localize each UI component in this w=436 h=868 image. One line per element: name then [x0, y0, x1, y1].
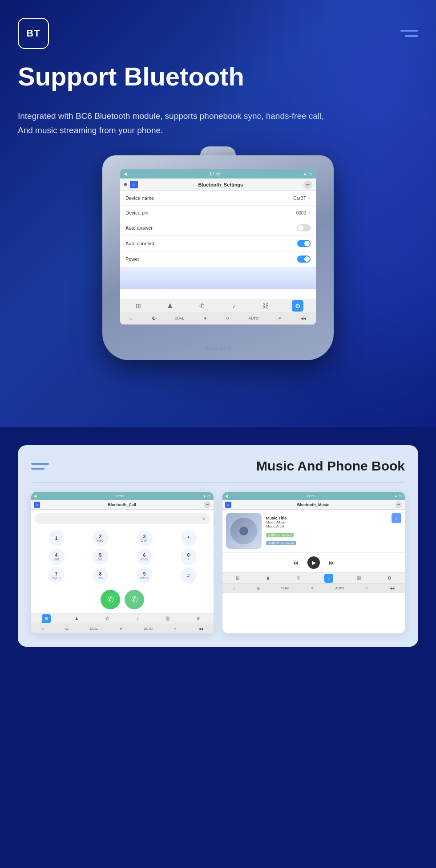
music-screen-card: ◀ 17:53 ▲ ▭ ⌂ Bluetooth_Music ↩ ♪ Musi: [222, 492, 405, 633]
nav-apps-icon[interactable]: ⊞: [133, 300, 144, 312]
music-time: 17:53: [307, 494, 315, 498]
bottom-title: Music And Phone Book: [256, 458, 405, 474]
power-toggle[interactable]: [297, 256, 311, 263]
screen-menu-icon[interactable]: ≡: [124, 181, 127, 188]
call-nav-bar: ⌂ Bluetooth_Call ↩: [31, 500, 214, 510]
bt-logo: BT: [18, 18, 49, 49]
call-screen-status-bar: ◀ 17:53 ▲ ▭: [31, 492, 214, 500]
nav-link-icon[interactable]: ⛓: [260, 300, 271, 312]
auto-answer-label: Auto answer: [125, 225, 153, 231]
music-badges: A2DP connected AVRCP connected: [266, 530, 401, 546]
call-status-icons: ▲ ▭: [203, 494, 211, 498]
bottom-section: Music And Phone Book ◀ 17:53 ▲ ▭ ⌂ Bluet…: [18, 445, 418, 647]
music-screen-status-bar: ◀ 17:53 ▲ ▭: [222, 492, 405, 500]
music-nav-phone[interactable]: ✆: [294, 574, 303, 583]
dial-key-hash[interactable]: #: [181, 568, 197, 584]
screen-climate-bar: ⌂ ⏻ DUAL ❄ ↻ AUTO ↗ ◀◀: [120, 312, 316, 324]
device-name-label: Device name: [125, 195, 154, 201]
mc1: ⌂: [233, 587, 235, 590]
dial-key-7[interactable]: 7PQRS: [48, 568, 65, 584]
call-nav-person[interactable]: ♟: [72, 614, 81, 623]
mc4: ❄: [311, 587, 314, 590]
climate-ac: ↻: [226, 316, 229, 320]
dial-key-8[interactable]: 8TUV: [93, 568, 109, 584]
climate-vol: ◀◀: [301, 316, 306, 320]
call-nav-apps[interactable]: ⊞: [42, 614, 51, 623]
music-album: Music Album: [266, 520, 401, 524]
setting-row-auto-answer[interactable]: Auto answer: [120, 220, 316, 236]
call-search-clear[interactable]: ✕: [202, 516, 206, 521]
nav-person-icon[interactable]: ♟: [164, 300, 176, 312]
music-track: Music Title: [266, 516, 401, 520]
music-controls: ⏮ ▶ ⏭: [222, 552, 405, 572]
device-outer: ◀ 17:53 ▲ ▭ ≡ ⌂ Bluetooth_Settings ↩: [102, 155, 334, 360]
status-icons: ▲ ▭: [303, 171, 312, 176]
bottom-hamburger-icon[interactable]: [31, 463, 49, 470]
dial-key-5[interactable]: 5JKL: [93, 549, 109, 565]
music-bottom-nav: ⊞ ♟ ✆ ♪ ⛓ ⚙: [222, 572, 405, 583]
music-nav-person[interactable]: ♟: [263, 574, 272, 583]
device-name-chevron: ›: [309, 195, 311, 201]
climate-power: ⏻: [152, 316, 155, 320]
nav-phone-icon[interactable]: ✆: [196, 300, 208, 312]
call-search-bar[interactable]: ✕: [35, 513, 210, 524]
bottom-wrapper: Music And Phone Book ◀ 17:53 ▲ ▭ ⌂ Bluet…: [0, 445, 436, 673]
dial-key-0[interactable]: 0+: [181, 549, 197, 565]
screen-back-btn[interactable]: ↩: [303, 180, 312, 189]
mc7: ◀◀: [390, 587, 394, 590]
music-screen-title: Bluetooth_Music: [234, 503, 393, 507]
music-status-icons: ▲ ▭: [394, 494, 402, 498]
music-note-btn[interactable]: ♪: [392, 513, 401, 523]
play-btn[interactable]: ▶: [307, 556, 320, 569]
mc5: AUTO: [335, 587, 344, 590]
bottom-divider: [31, 483, 405, 483]
dial-key-6[interactable]: 6MNO: [137, 549, 153, 565]
setting-row-device-pin[interactable]: Device pin 0000 ›: [120, 206, 316, 220]
screen-home-btn[interactable]: ⌂: [130, 181, 138, 189]
nav-music-icon[interactable]: ♪: [228, 300, 240, 312]
call-home-btn[interactable]: ⌂: [34, 502, 40, 508]
call-back-icon: ◀: [34, 494, 36, 498]
call-nav-settings[interactable]: ⚙: [194, 614, 203, 623]
screen-time: 17:53: [210, 171, 221, 176]
call-time: 17:53: [115, 494, 124, 498]
dial-key-1[interactable]: 1: [48, 530, 65, 546]
climate-dual: DUAL: [174, 316, 184, 320]
next-track-btn[interactable]: ⏭: [329, 559, 335, 566]
dial-key-3[interactable]: 3DEF: [137, 530, 153, 546]
auto-answer-toggle[interactable]: [297, 224, 311, 231]
setting-row-auto-connect[interactable]: Auto connect: [120, 236, 316, 251]
mc2: ⏻: [257, 587, 260, 590]
music-nav-apps[interactable]: ⊞: [233, 574, 242, 583]
call-back-btn[interactable]: ↩: [204, 501, 211, 508]
dial-key-2[interactable]: 2ABC: [93, 530, 109, 546]
music-back-btn[interactable]: ↩: [395, 501, 402, 508]
device-pin-value: 0000: [296, 211, 306, 215]
prev-track-btn[interactable]: ⏮: [292, 559, 299, 566]
setting-row-device-name[interactable]: Device name CarBT ›: [120, 191, 316, 206]
c6: ↗: [174, 627, 177, 631]
nav-settings-icon[interactable]: ⚙: [292, 300, 303, 312]
call-hangup-btn[interactable]: ✆: [125, 590, 144, 609]
auto-connect-toggle[interactable]: [297, 240, 311, 247]
climate-home: ⌂: [130, 316, 132, 320]
dial-key-star[interactable]: *: [181, 530, 197, 546]
music-home-btn[interactable]: ⌂: [225, 502, 231, 508]
mc3: DUAL: [281, 587, 290, 590]
album-art-disc: [230, 518, 257, 544]
call-bottom-nav: ⊞ ♟ ✆ ♪ ⛓ ⚙: [31, 613, 214, 624]
dial-key-9[interactable]: 9WXYZ: [137, 568, 153, 584]
call-nav-music[interactable]: ♪: [133, 614, 142, 623]
screen-title: Bluetooth_Settings: [141, 182, 301, 187]
bham-line-1: [31, 463, 49, 465]
music-nav-link[interactable]: ⛓: [355, 574, 363, 583]
call-answer-btn[interactable]: ✆: [101, 590, 120, 609]
call-nav-phone[interactable]: ✆: [103, 614, 112, 623]
music-back-icon: ◀: [225, 494, 228, 498]
music-nav-settings[interactable]: ⚙: [385, 574, 394, 583]
dial-key-4[interactable]: 4GHI: [48, 549, 65, 565]
setting-row-power[interactable]: Power: [120, 251, 316, 267]
call-nav-link[interactable]: ⛓: [163, 614, 172, 623]
device-pin-label: Device pin: [125, 210, 148, 215]
music-nav-music[interactable]: ♪: [324, 574, 333, 583]
